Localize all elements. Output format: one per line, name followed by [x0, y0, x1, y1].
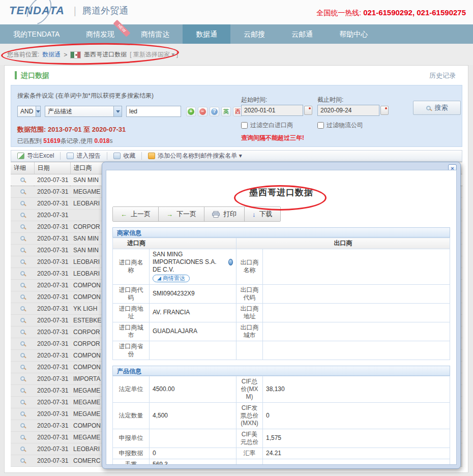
start-date-input[interactable]: [241, 105, 303, 116]
nav-tab-label: 商情发现: [86, 30, 114, 38]
magnifier-icon[interactable]: [20, 318, 25, 322]
download-button[interactable]: ↓下载: [244, 207, 280, 221]
magnifier-icon[interactable]: [20, 411, 25, 416]
magnifier-icon[interactable]: [20, 177, 25, 182]
filter-logistics-checkbox[interactable]: 过滤物流公司: [317, 121, 363, 130]
help-button[interactable]: ?: [210, 107, 219, 116]
magnifier-icon[interactable]: [20, 306, 25, 311]
calendar-icon[interactable]: [304, 106, 312, 115]
logo-subtitle: 腾道外贸通: [82, 5, 128, 17]
magnifier-icon[interactable]: [20, 423, 25, 428]
row-date: 2020-07-31: [34, 198, 70, 210]
field-value: AV. FRANCIA: [150, 303, 236, 322]
print-button[interactable]: 打印: [204, 207, 244, 221]
row-date: 2020-07-31: [34, 326, 70, 338]
row-date: 2020-07-31: [34, 385, 70, 397]
magnifier-icon[interactable]: [20, 189, 25, 194]
remove-condition-button[interactable]: −: [198, 107, 208, 116]
magnifier-icon[interactable]: [20, 447, 25, 451]
row-date: 2020-07-31: [34, 186, 70, 198]
magnifier-icon[interactable]: [20, 236, 25, 241]
favorite-icon: [113, 153, 121, 159]
nav-tab[interactable]: 数据通: [183, 24, 230, 44]
magnifier-icon[interactable]: [20, 376, 25, 381]
enter-report-button[interactable]: 进入报告: [60, 152, 107, 160]
magnifier-icon[interactable]: [20, 224, 25, 229]
tendata-logo: TENDATA | 腾道外贸通: [9, 4, 128, 17]
magnifier-icon[interactable]: [20, 341, 25, 346]
magnifier-icon[interactable]: [20, 271, 25, 276]
importer-name-value: SAN MING IMPORTACIONES S.A. DE C.V.: [153, 251, 226, 274]
field-value: [150, 429, 236, 448]
keyword-input[interactable]: [126, 106, 181, 117]
calendar-icon[interactable]: [380, 106, 389, 115]
nav-tab[interactable]: 商情发现 NEW: [73, 24, 128, 44]
magnifier-icon[interactable]: [20, 435, 25, 439]
column-header-detail: 详细: [11, 162, 34, 174]
breadcrumb-current: 墨西哥进口数据: [84, 50, 127, 59]
magnifier-icon[interactable]: [20, 400, 25, 404]
next-page-button[interactable]: →下一页: [158, 207, 204, 221]
row-date: 2020-07-31: [34, 373, 70, 385]
field-value: 4500.00: [150, 376, 236, 402]
search-icon: [426, 106, 431, 110]
detail-row: 申报数据 0 汇率 24.21: [113, 448, 450, 459]
row-date: 2020-07-31: [34, 256, 70, 268]
detail-row: 法定单位 4500.00 CIF总价(MXM) 38,130: [113, 376, 450, 402]
magnifier-icon[interactable]: [20, 365, 25, 369]
breadcrumb-bar: 您当前位置: 数据通 > 墨西哥进口数据 [ 重新选择国家 ▾ ]: [0, 44, 473, 65]
exporter-column-header: 出口商: [236, 238, 450, 249]
modal-title: 墨西哥进口数据: [112, 187, 450, 198]
nav-tab[interactable]: 帮助中心: [326, 24, 381, 44]
row-date: 2020-07-31: [34, 303, 70, 315]
magnifier-icon[interactable]: [20, 458, 25, 463]
field-label: 法定数量: [113, 402, 150, 429]
magnifier-icon[interactable]: [20, 388, 25, 393]
bool-operator-select[interactable]: AND: [17, 106, 41, 117]
export-excel-button[interactable]: 导出Excel: [11, 152, 60, 160]
field-label: 出口商代码: [236, 284, 263, 303]
merchant-table: 进口商 出口商 进口商名称 SAN MING IMPORTACIONES S.A…: [112, 237, 450, 360]
add-condition-button[interactable]: +: [186, 107, 196, 116]
detail-row: 进口商代码 SMI0904232X9 出口商代码: [113, 284, 450, 303]
importer-column-header: 进口商: [113, 238, 236, 249]
add-mail-list-button[interactable]: 添加公司名称到邮件搜索名单 ▾: [141, 152, 248, 160]
nav-tab[interactable]: 云邮通: [278, 24, 326, 44]
radar-badge[interactable]: 商情雷达: [153, 275, 190, 282]
field-label: CIF总价(MXM): [236, 376, 263, 402]
field-label: 进口商名称: [113, 249, 150, 285]
magnifier-icon[interactable]: [20, 201, 25, 205]
favorite-button[interactable]: 收藏: [107, 152, 141, 160]
search-field-select[interactable]: 产品描述: [45, 106, 122, 117]
start-date-label: 起始时间:: [241, 96, 267, 104]
search-button[interactable]: 搜索: [413, 101, 461, 115]
end-date-input[interactable]: [317, 105, 379, 116]
magnifier-icon[interactable]: [20, 330, 25, 334]
nav-tab[interactable]: 云邮搜: [230, 24, 278, 44]
breadcrumb-link-datahub[interactable]: 数据通: [42, 50, 61, 59]
nav-tab[interactable]: 商情雷达: [128, 24, 183, 44]
field-value: 569.3: [150, 459, 236, 465]
magnifier-icon[interactable]: [20, 294, 25, 299]
magnifier-icon[interactable]: [20, 213, 25, 217]
magnifier-icon[interactable]: [20, 259, 25, 264]
detail-row: 进口商地址 AV. FRANCIA 出口商地址: [113, 303, 450, 322]
history-link[interactable]: 历史记录: [429, 71, 456, 80]
reselect-country-link[interactable]: [ 重新选择国家 ▾ ]: [130, 50, 178, 59]
magnifier-icon[interactable]: [20, 283, 25, 287]
lang-english-button[interactable]: 英: [221, 107, 231, 116]
field-value: GUADALAJARA: [150, 322, 236, 341]
prev-page-button[interactable]: ←上一页: [113, 207, 158, 221]
globe-icon[interactable]: [228, 259, 233, 265]
filter-blank-importer-checkbox[interactable]: 过滤空白进口商: [241, 121, 293, 130]
magnifier-icon[interactable]: [20, 248, 25, 252]
nav-tab[interactable]: 我的TENDATA: [0, 24, 73, 44]
field-label: 进口商地址: [113, 303, 150, 322]
field-value: 38,130: [263, 376, 450, 402]
row-date: 2020-07-31: [34, 291, 70, 303]
magnifier-icon[interactable]: [20, 353, 25, 358]
row-date: 2020-07-31: [34, 174, 70, 186]
row-date: 2020-07-31: [34, 315, 70, 326]
field-value: 24.21: [263, 448, 450, 459]
field-value: [263, 303, 450, 322]
